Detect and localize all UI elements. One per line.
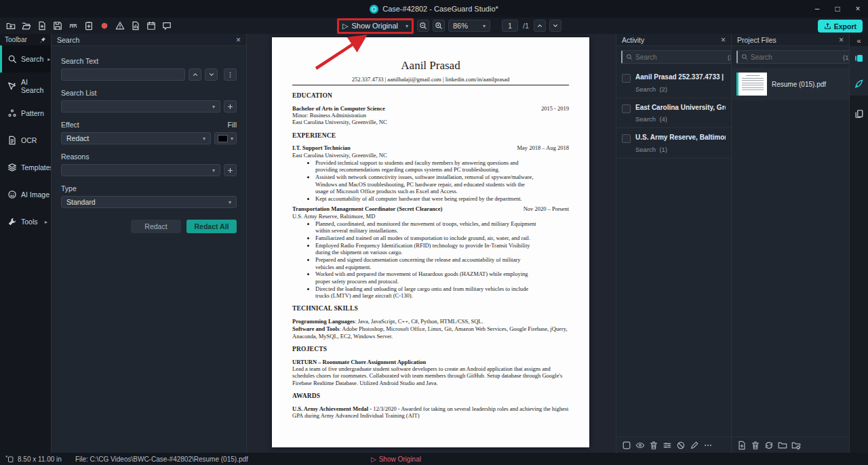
search-options-menu-button[interactable]: [224, 68, 237, 81]
alert-button[interactable]: [113, 19, 126, 33]
search-next-button[interactable]: [205, 68, 218, 81]
trash-icon[interactable]: [649, 441, 658, 450]
search-text-input[interactable]: [61, 68, 185, 81]
record-button[interactable]: [98, 19, 111, 33]
activity-search-input[interactable]: [635, 54, 725, 61]
add-file-button[interactable]: [35, 19, 48, 33]
folder-manage-icon[interactable]: [791, 441, 801, 450]
close-icon[interactable]: ×: [839, 35, 844, 45]
sidebar-item-pattern[interactable]: Pattern: [0, 100, 51, 127]
play-icon: ▷: [371, 456, 376, 463]
record-icon: [100, 21, 109, 31]
search-list-dropdown[interactable]: ▾: [61, 100, 220, 113]
project-files-search-field[interactable]: (1): [736, 50, 855, 64]
comment-button[interactable]: [160, 19, 173, 33]
export-button[interactable]: Export: [818, 20, 863, 33]
fill-color-picker[interactable]: ▾: [214, 132, 237, 144]
report-button[interactable]: [129, 19, 142, 33]
sidebar-item-label: AI Search: [21, 78, 51, 94]
search-list-label: Search List: [61, 89, 237, 97]
resume-bullet: Assisted with network connectivity issue…: [315, 174, 539, 195]
show-original-label: Show Original: [351, 22, 397, 30]
pin-icon[interactable]: [39, 37, 46, 43]
project-files-panel: Project Files × (1) Resume (015).pdf: [731, 34, 849, 453]
project-files-search-input[interactable]: [751, 54, 840, 61]
resume-entry: Programming Languages: Java, JavaScript,…: [292, 318, 569, 340]
zoom-out-button[interactable]: [417, 20, 429, 32]
redaction-brush-icon[interactable]: [854, 79, 864, 89]
previous-page-button[interactable]: [534, 20, 546, 32]
sidebar-item-tools[interactable]: Tools▸: [0, 208, 51, 235]
calendar-button[interactable]: [144, 19, 157, 33]
activity-search-field[interactable]: (3): [621, 50, 740, 64]
left-toolbar-rail: Toolbar Search▸AI SearchPatternOCRTempla…: [0, 34, 51, 453]
zoom-level-dropdown[interactable]: 86% ▾: [448, 20, 490, 32]
project-files-footer-toolbar: [732, 437, 849, 453]
next-page-button[interactable]: [549, 20, 561, 32]
redact-button[interactable]: Redact: [131, 220, 181, 233]
panels-icon[interactable]: [854, 53, 865, 64]
sidebar-item-search[interactable]: Search▸: [0, 45, 51, 73]
ban-icon[interactable]: [676, 441, 686, 450]
show-original-dropdown[interactable]: ▷ Show Original ▾: [337, 18, 414, 34]
minimize-button[interactable]: –: [807, 2, 827, 16]
page-number-input[interactable]: [502, 20, 518, 32]
activity-panel-title: Activity: [622, 36, 644, 44]
show-original-status-toggle[interactable]: ▷ Show Original: [371, 456, 421, 463]
merge-button[interactable]: [66, 19, 79, 33]
zoom-in-button[interactable]: [433, 20, 445, 32]
item-checkbox[interactable]: [622, 74, 631, 83]
item-checkbox[interactable]: [622, 104, 631, 113]
sidebar-item-ai-search[interactable]: AI Search: [0, 73, 51, 100]
save-button[interactable]: [51, 19, 64, 33]
chevron-down-icon: ▾: [406, 23, 408, 29]
activity-item-title: U.S. Army Reserve, Baltimore, MD: [635, 134, 726, 142]
add-case-button[interactable]: [4, 19, 17, 33]
add-reason-button[interactable]: [224, 164, 237, 176]
type-dropdown[interactable]: Standard ▾: [61, 196, 237, 208]
activity-list-item[interactable]: U.S. Army Reserve, Baltimore, MDSearch (…: [616, 128, 731, 159]
activity-list-item[interactable]: Aanil Prasad 252.337.4733 | aanilb...Sea…: [616, 68, 731, 98]
select-box[interactable]: [622, 441, 631, 450]
activity-item-subtitle: Search (2): [635, 85, 726, 93]
eye-icon[interactable]: [635, 441, 645, 450]
redact-all-button[interactable]: Redact All: [186, 220, 237, 233]
resume-entry-line: East Carolina University, Greenville, NC: [292, 152, 569, 159]
sidebar-item-ai-image[interactable]: AI Image: [0, 181, 51, 208]
resume-bullet: Prepared and signed documentation concer…: [315, 256, 539, 270]
sync-icon[interactable]: [764, 441, 774, 450]
more-icon[interactable]: [703, 441, 713, 450]
effect-dropdown[interactable]: Redact ▾: [61, 132, 211, 144]
clipboard-add-button[interactable]: [82, 19, 95, 33]
trash-icon[interactable]: [751, 441, 760, 450]
ai-search-icon: [7, 81, 17, 91]
sidebar-item-templates[interactable]: Templates▸: [0, 154, 51, 181]
resume-bullet: Provided technical support to students a…: [315, 159, 539, 174]
add-file-icon[interactable]: [737, 441, 747, 450]
page-size-value: 8.50 x 11.00 in: [18, 456, 62, 463]
project-file-item[interactable]: Resume (015).pdf: [732, 68, 849, 100]
pages-icon[interactable]: [854, 109, 864, 119]
edit-icon[interactable]: [690, 441, 699, 450]
folder-icon[interactable]: [778, 441, 787, 450]
add-file-icon: [37, 21, 47, 31]
maximize-button[interactable]: □: [827, 2, 848, 16]
main-area: Toolbar Search▸AI SearchPatternOCRTempla…: [0, 34, 868, 453]
reasons-dropdown[interactable]: ▾: [61, 164, 220, 176]
close-icon[interactable]: ×: [721, 35, 726, 45]
adjust-icon[interactable]: [663, 441, 672, 450]
activity-panel: Activity × (3) Aanil Prasad 252.337.4733…: [616, 34, 731, 453]
close-button[interactable]: ×: [848, 2, 868, 16]
activity-list-item[interactable]: East Carolina University, Greenville,...…: [616, 98, 731, 129]
project-files-panel-title: Project Files: [737, 36, 776, 44]
resume-entry-line: Lead a team of five undergraduate studen…: [292, 365, 569, 386]
close-icon[interactable]: ×: [236, 35, 241, 45]
document-viewer[interactable]: Aanil Prasad 252.337.4733 | aanilbalaji@…: [246, 34, 616, 453]
open-case-button[interactable]: [20, 19, 33, 33]
resume-entry-date: May 2018 – Aug 2018: [517, 144, 570, 151]
sidebar-item-ocr[interactable]: OCR: [0, 127, 51, 154]
item-checkbox[interactable]: [622, 134, 631, 143]
add-search-list-button[interactable]: [224, 100, 237, 113]
search-prev-button[interactable]: [189, 68, 201, 81]
collapse-panels-icon[interactable]: «: [856, 34, 861, 46]
